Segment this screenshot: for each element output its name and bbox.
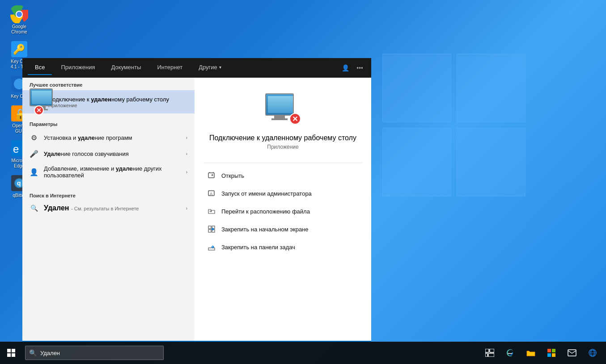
svg-rect-31 xyxy=(552,349,555,352)
app-preview-title: Подключение к удаленному рабочему столу xyxy=(209,134,356,142)
person-icon[interactable]: 👤 xyxy=(339,63,352,73)
internet-search-item[interactable]: 🔍 Удален - См. результаты в Интернете › xyxy=(22,200,195,216)
start-menu: Все Приложения Документы Интернет Другие… xyxy=(22,58,371,342)
svg-rect-29 xyxy=(488,353,494,357)
chevron-down-icon: ▾ xyxy=(219,65,221,70)
internet-section: Поиск в Интернете 🔍 Удален - См. результ… xyxy=(22,186,195,220)
svg-text:A: A xyxy=(210,192,212,196)
svg-rect-33 xyxy=(552,353,555,357)
action-admin-text: Запуск от имени администратора xyxy=(221,190,312,197)
svg-rect-34 xyxy=(568,350,576,356)
settings-item-1[interactable]: 🎤 Удаление голосов озвучивания › xyxy=(22,146,195,162)
svg-rect-17 xyxy=(208,226,211,229)
settings-section: Параметры ⚙ Установка и удаление програм… xyxy=(22,113,195,186)
action-pin-taskbar[interactable]: Закрепить на панели задач xyxy=(203,238,362,256)
keycoll1-icon: 🔑 xyxy=(10,40,28,58)
svg-rect-26 xyxy=(485,349,489,352)
pin-taskbar-icon xyxy=(207,243,216,251)
settings-header: Параметры xyxy=(22,117,195,130)
action-admin[interactable]: A Запуск от имени администратора xyxy=(203,184,362,202)
svg-point-2 xyxy=(17,12,22,17)
settings-item-0[interactable]: ⚙ Установка и удаление программ › xyxy=(22,130,195,146)
action-pin-start-text: Закрепить на начальном экране xyxy=(221,226,309,233)
taskbar-search-box[interactable]: 🔍 Удален xyxy=(25,346,164,360)
action-open[interactable]: Открыть xyxy=(203,167,362,184)
svg-rect-28 xyxy=(485,353,487,357)
best-match-info: Подключение к удаленному рабочему столу … xyxy=(48,96,169,108)
chrome-icon xyxy=(10,5,28,23)
best-match-type: Приложение xyxy=(48,103,169,108)
best-match-name: Подключение к удаленному рабочему столу xyxy=(48,96,169,103)
internet-search-header: Поиск в Интернете xyxy=(22,189,195,200)
chevron-right-icon-internet: › xyxy=(186,206,187,211)
internet-search-text: Удален - См. результаты в Интернете xyxy=(44,204,139,212)
svg-rect-21 xyxy=(208,248,215,250)
settings-item-text-0: Установка и удаление программ xyxy=(44,134,186,141)
action-pin-start[interactable]: Закрепить на начальном экране xyxy=(203,220,362,238)
chrome-label: Google Chrome xyxy=(5,24,33,35)
taskbar-task-view[interactable] xyxy=(480,342,500,364)
mic-icon: 🎤 xyxy=(30,149,38,158)
taskbar-search-icon: 🔍 xyxy=(29,349,37,356)
svg-rect-22 xyxy=(7,349,11,352)
windows-logo-desktop xyxy=(382,54,525,197)
taskbar-edge[interactable] xyxy=(500,342,520,364)
taskbar-explorer[interactable] xyxy=(521,342,541,364)
settings-item-text-2: Добавление, изменение и удаление других … xyxy=(44,165,186,179)
app-preview-type: Приложение xyxy=(267,144,298,150)
taskbar-mail[interactable] xyxy=(562,342,582,364)
desktop-icon-chrome[interactable]: Google Chrome xyxy=(4,4,35,37)
action-open-text: Открыть xyxy=(221,172,244,179)
settings-item-2[interactable]: 👤 Добавление, изменение и удаление други… xyxy=(22,162,195,182)
start-button[interactable] xyxy=(0,342,22,364)
taskbar-ie[interactable] xyxy=(583,342,602,364)
taskbar-store[interactable] xyxy=(542,342,561,364)
folder-icon xyxy=(207,207,216,216)
chevron-right-icon-0: › xyxy=(186,135,187,140)
more-options-icon[interactable]: ••• xyxy=(354,63,366,73)
tab-docs[interactable]: Документы xyxy=(104,60,148,75)
search-icon: 🔍 xyxy=(30,204,38,213)
left-panel: Лучшее соответствие ✕ xyxy=(22,78,195,342)
settings-item-text-1: Удаление голосов озвучивания xyxy=(44,151,186,157)
search-content: Лучшее соответствие ✕ xyxy=(22,78,371,342)
action-file-location[interactable]: Перейти к расположению файла xyxy=(203,202,362,220)
svg-text:🔑: 🔑 xyxy=(13,43,25,55)
tab-internet[interactable]: Интернет xyxy=(150,60,190,75)
svg-rect-30 xyxy=(547,349,551,352)
pin-start-icon xyxy=(207,225,216,234)
gear-icon: ⚙ xyxy=(30,133,38,142)
action-file-text: Перейти к расположению файла xyxy=(221,208,310,215)
tab-apps[interactable]: Приложения xyxy=(54,60,102,75)
chevron-right-icon-1: › xyxy=(186,151,187,156)
open-icon xyxy=(207,171,216,180)
users-icon: 👤 xyxy=(30,167,38,176)
tab-all[interactable]: Все xyxy=(28,60,52,75)
divider-1 xyxy=(203,163,362,163)
svg-rect-19 xyxy=(208,230,211,232)
svg-rect-32 xyxy=(547,353,551,357)
action-pin-taskbar-text: Закрепить на панели задач xyxy=(221,244,295,251)
search-tabs-bar: Все Приложения Документы Интернет Другие… xyxy=(22,58,371,78)
taskbar-pinned-icons xyxy=(476,342,606,364)
desktop: Google Chrome 🔑 Key Coll4.1 - Tes Key Co… xyxy=(0,0,606,364)
rdp-icon-small: ✕ xyxy=(30,95,44,109)
app-preview-icon: ✕ xyxy=(265,91,301,127)
svg-rect-27 xyxy=(490,349,494,352)
admin-icon: A xyxy=(207,189,216,198)
best-match-item[interactable]: ✕ Подключение к удаленному рабочему стол… xyxy=(22,90,195,113)
tab-other[interactable]: Другие ▾ xyxy=(191,60,229,75)
taskbar-search-text: Удален xyxy=(40,350,60,356)
svg-rect-24 xyxy=(7,353,11,357)
svg-text:q: q xyxy=(17,180,21,187)
chevron-right-icon-2: › xyxy=(186,170,187,175)
taskbar: 🔍 Удален xyxy=(0,342,606,364)
right-panel: ✕ Подключение к удаленному рабочему стол… xyxy=(195,78,371,342)
svg-rect-25 xyxy=(12,353,15,357)
svg-text:e: e xyxy=(13,143,19,155)
svg-rect-23 xyxy=(12,349,15,352)
